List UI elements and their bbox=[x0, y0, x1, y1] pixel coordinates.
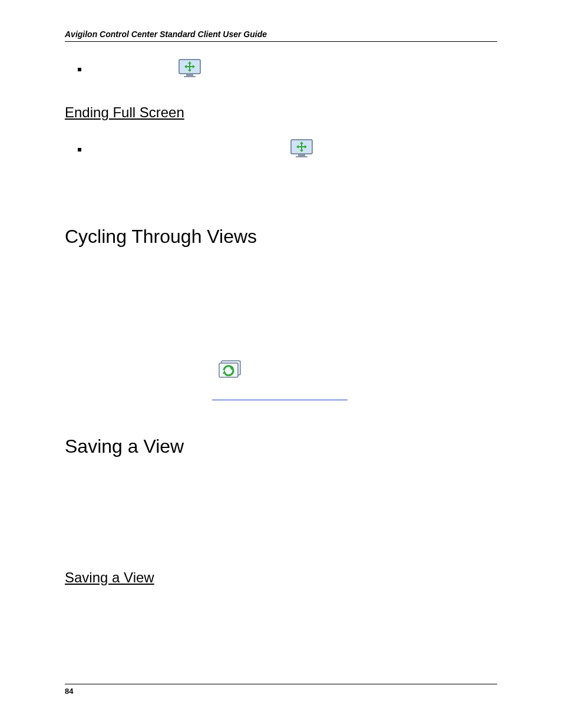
svg-rect-4 bbox=[298, 154, 305, 156]
heading-saving-view: Saving a View bbox=[65, 436, 497, 457]
header-rule bbox=[65, 41, 497, 42]
heading-cycling-views: Cycling Through Views bbox=[65, 226, 497, 248]
footer-rule bbox=[65, 684, 497, 684]
svg-rect-1 bbox=[186, 74, 193, 76]
bullet-item bbox=[78, 58, 497, 81]
cycle-views-icon bbox=[218, 360, 244, 386]
hyperlink-underline[interactable] bbox=[212, 400, 348, 400]
svg-rect-5 bbox=[296, 156, 308, 157]
page-number: 84 bbox=[65, 687, 497, 696]
fullscreen-monitor-icon bbox=[178, 58, 201, 81]
header-title: Avigilon Control Center Standard Client … bbox=[65, 29, 497, 39]
subheading-saving-view: Saving a View bbox=[65, 569, 497, 586]
fullscreen-monitor-icon bbox=[290, 139, 313, 161]
cycle-icon-row bbox=[218, 360, 497, 386]
bullet-item bbox=[78, 139, 497, 161]
subheading-ending-fullscreen: Ending Full Screen bbox=[65, 104, 497, 121]
page-footer: 84 bbox=[65, 684, 497, 696]
bullet-marker bbox=[78, 68, 81, 71]
document-page: Avigilon Control Center Standard Client … bbox=[0, 0, 562, 728]
page-header: Avigilon Control Center Standard Client … bbox=[65, 29, 497, 42]
page-content: Ending Full Screen Cycling Through Views bbox=[65, 58, 497, 586]
bullet-marker bbox=[78, 148, 81, 151]
svg-rect-2 bbox=[184, 76, 196, 77]
